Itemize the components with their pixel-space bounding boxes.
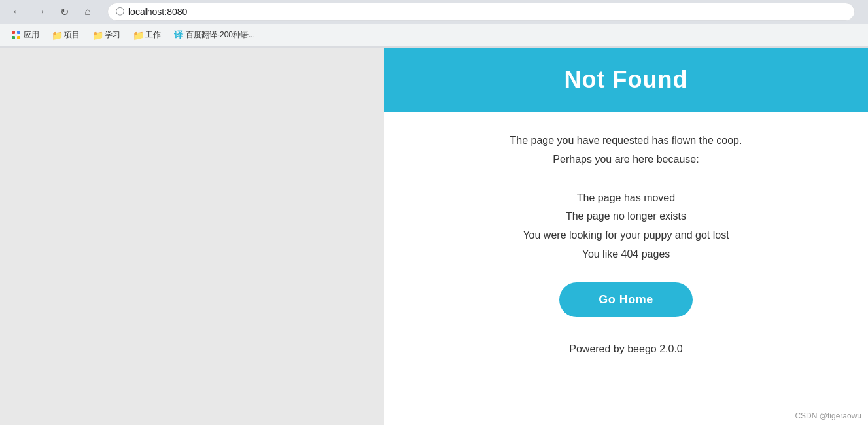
reason-3: You were looking for your puppy and got … (523, 226, 729, 245)
forward-button[interactable]: → (31, 3, 50, 21)
bookmark-apps-label: 应用 (24, 29, 39, 41)
folder-icon-study: 📁 (93, 31, 102, 40)
browser-titlebar: ← → ↻ ⌂ ⓘ localhost:8080 (0, 0, 868, 24)
powered-by: Powered by beego 2.0.0 (569, 343, 682, 355)
error-reasons: The page has moved The page no longer ex… (523, 189, 729, 264)
page-content: Not Found The page you have requested ha… (0, 48, 868, 425)
folder-icon-work: 📁 (133, 31, 143, 40)
bookmark-project[interactable]: 📁 项目 (47, 27, 85, 43)
error-body: The page you have requested has flown th… (384, 112, 868, 375)
bookmark-translate-label: 百度翻译-200种语... (186, 29, 255, 41)
reload-button[interactable]: ↻ (55, 3, 73, 21)
bookmark-apps[interactable]: 应用 (7, 27, 44, 43)
bookmark-work[interactable]: 📁 工作 (128, 27, 166, 43)
translate-icon: 译 (174, 31, 183, 40)
reason-4: You like 404 pages (523, 245, 729, 264)
bookmark-work-label: 工作 (145, 29, 161, 41)
url-display: localhost:8080 (128, 7, 187, 17)
apps-icon (12, 31, 21, 40)
bookmark-study-label: 学习 (105, 29, 120, 41)
error-panel: Not Found The page you have requested ha… (384, 48, 868, 425)
error-title: Not Found (397, 66, 855, 94)
back-button[interactable]: ← (8, 3, 26, 21)
watermark: CSDN @tigeraowu (795, 411, 861, 420)
security-icon: ⓘ (116, 6, 124, 18)
bookmark-study[interactable]: 📁 学习 (88, 27, 126, 43)
bookmarks-bar: 应用 📁 项目 📁 学习 📁 工作 译 百度翻译-200种语... (0, 24, 868, 47)
error-description: The page you have requested has flown th… (510, 131, 742, 169)
address-bar[interactable]: ⓘ localhost:8080 (107, 3, 855, 21)
error-header: Not Found (384, 48, 868, 112)
browser-chrome: ← → ↻ ⌂ ⓘ localhost:8080 应用 📁 项目 📁 学习 (0, 0, 868, 48)
home-button[interactable]: ⌂ (78, 3, 97, 21)
bookmark-project-label: 项目 (64, 29, 80, 41)
reason-1: The page has moved (523, 189, 729, 208)
reason-2: The page no longer exists (523, 207, 729, 226)
error-desc-line1: The page you have requested has flown th… (510, 131, 742, 150)
error-desc-line2: Perhaps you are here because: (510, 150, 742, 169)
bookmark-translate[interactable]: 译 百度翻译-200种语... (169, 27, 260, 43)
go-home-button[interactable]: Go Home (559, 282, 693, 317)
folder-icon-project: 📁 (52, 31, 61, 40)
